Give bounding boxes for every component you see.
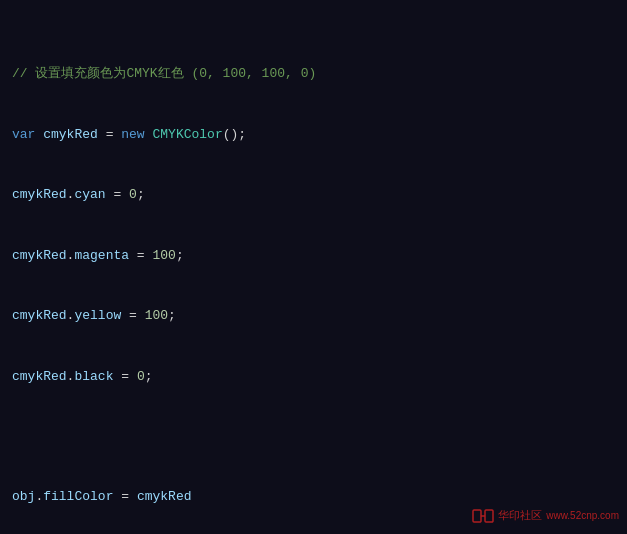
line-4: cmykRed.magenta = 100; (8, 246, 627, 266)
line-8: obj.fillColor = cmykRed (8, 487, 627, 507)
watermark-text: 华印社区 (498, 507, 542, 524)
watermark-url: www.52cnp.com (546, 508, 619, 524)
svg-rect-1 (473, 510, 481, 522)
line-1: // 设置填充颜色为CMYK红色 (0, 100, 100, 0) (8, 64, 627, 84)
watermark: 华印社区 www.52cnp.com (472, 506, 619, 526)
line-3: cmykRed.cyan = 0; (8, 185, 627, 205)
line-7 (8, 427, 627, 447)
svg-rect-2 (485, 510, 493, 522)
code-editor: // 设置填充颜色为CMYK红色 (0, 100, 100, 0) var cm… (0, 0, 627, 534)
line-2: var cmykRed = new CMYKColor(); (8, 125, 627, 145)
line-6: cmykRed.black = 0; (8, 367, 627, 387)
watermark-logo-icon (472, 506, 494, 526)
line-5: cmykRed.yellow = 100; (8, 306, 627, 326)
code-content: // 设置填充颜色为CMYK红色 (0, 100, 100, 0) var cm… (0, 0, 627, 534)
